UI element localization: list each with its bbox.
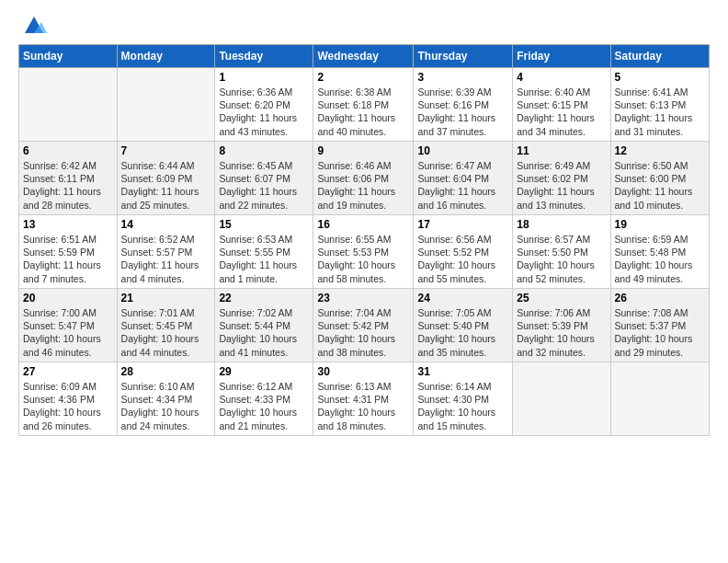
day-info: Sunrise: 6:38 AM Sunset: 6:18 PM Dayligh… xyxy=(317,86,409,138)
calendar-table: SundayMondayTuesdayWednesdayThursdayFrid… xyxy=(18,44,710,436)
calendar-cell: 9Sunrise: 6:46 AM Sunset: 6:06 PM Daylig… xyxy=(313,142,414,215)
day-number: 15 xyxy=(219,218,309,231)
calendar-cell: 23Sunrise: 7:04 AM Sunset: 5:42 PM Dayli… xyxy=(313,289,414,362)
day-number: 13 xyxy=(23,218,113,231)
calendar-cell: 21Sunrise: 7:01 AM Sunset: 5:45 PM Dayli… xyxy=(117,289,215,362)
calendar-cell: 17Sunrise: 6:56 AM Sunset: 5:52 PM Dayli… xyxy=(414,215,513,289)
day-info: Sunrise: 6:53 AM Sunset: 5:55 PM Dayligh… xyxy=(219,233,309,285)
calendar-cell: 18Sunrise: 6:57 AM Sunset: 5:50 PM Dayli… xyxy=(513,215,610,289)
weekday-header-monday: Monday xyxy=(117,45,215,68)
day-info: Sunrise: 6:47 AM Sunset: 6:04 PM Dayligh… xyxy=(417,159,508,212)
day-number: 19 xyxy=(615,218,705,231)
day-info: Sunrise: 6:12 AM Sunset: 4:33 PM Dayligh… xyxy=(219,380,309,432)
calendar-cell: 10Sunrise: 6:47 AM Sunset: 6:04 PM Dayli… xyxy=(414,142,513,215)
calendar-week-4: 20Sunrise: 7:00 AM Sunset: 5:47 PM Dayli… xyxy=(19,289,710,362)
day-number: 20 xyxy=(23,292,113,304)
day-number: 21 xyxy=(121,292,211,304)
day-number: 28 xyxy=(121,365,211,378)
day-info: Sunrise: 6:50 AM Sunset: 6:00 PM Dayligh… xyxy=(615,159,705,212)
calendar-cell: 24Sunrise: 7:05 AM Sunset: 5:40 PM Dayli… xyxy=(414,289,513,362)
day-number: 7 xyxy=(121,144,211,157)
calendar-cell xyxy=(117,68,215,142)
day-info: Sunrise: 7:08 AM Sunset: 5:37 PM Dayligh… xyxy=(615,306,705,359)
day-info: Sunrise: 7:00 AM Sunset: 5:47 PM Dayligh… xyxy=(23,306,113,359)
weekday-header-tuesday: Tuesday xyxy=(215,45,313,68)
calendar-cell: 14Sunrise: 6:52 AM Sunset: 5:57 PM Dayli… xyxy=(117,215,215,289)
weekday-header-sunday: Sunday xyxy=(19,45,118,68)
day-number: 31 xyxy=(417,365,508,378)
day-number: 16 xyxy=(317,218,409,231)
day-number: 26 xyxy=(615,292,705,304)
calendar-cell: 30Sunrise: 6:13 AM Sunset: 4:31 PM Dayli… xyxy=(313,362,414,436)
calendar-week-1: 1Sunrise: 6:36 AM Sunset: 6:20 PM Daylig… xyxy=(19,68,710,142)
weekday-header-thursday: Thursday xyxy=(414,45,513,68)
calendar-cell: 2Sunrise: 6:38 AM Sunset: 6:18 PM Daylig… xyxy=(313,68,414,142)
calendar-cell xyxy=(19,68,118,142)
day-number: 22 xyxy=(219,292,309,304)
calendar-cell: 4Sunrise: 6:40 AM Sunset: 6:15 PM Daylig… xyxy=(513,68,610,142)
calendar-cell: 29Sunrise: 6:12 AM Sunset: 4:33 PM Dayli… xyxy=(215,362,313,436)
day-info: Sunrise: 6:40 AM Sunset: 6:15 PM Dayligh… xyxy=(517,86,606,138)
calendar-cell: 8Sunrise: 6:45 AM Sunset: 6:07 PM Daylig… xyxy=(215,142,313,215)
calendar-cell: 25Sunrise: 7:06 AM Sunset: 5:39 PM Dayli… xyxy=(513,289,610,362)
day-info: Sunrise: 6:09 AM Sunset: 4:36 PM Dayligh… xyxy=(23,380,113,432)
day-number: 11 xyxy=(517,144,606,157)
day-number: 3 xyxy=(417,71,508,84)
day-info: Sunrise: 6:57 AM Sunset: 5:50 PM Dayligh… xyxy=(517,233,606,285)
day-info: Sunrise: 7:04 AM Sunset: 5:42 PM Dayligh… xyxy=(317,306,409,359)
day-number: 24 xyxy=(417,292,508,304)
weekday-header-wednesday: Wednesday xyxy=(313,45,414,68)
day-info: Sunrise: 6:42 AM Sunset: 6:11 PM Dayligh… xyxy=(23,159,113,212)
day-info: Sunrise: 6:45 AM Sunset: 6:07 PM Dayligh… xyxy=(219,159,309,212)
day-number: 25 xyxy=(517,292,606,304)
calendar-cell: 26Sunrise: 7:08 AM Sunset: 5:37 PM Dayli… xyxy=(610,289,709,362)
calendar-week-5: 27Sunrise: 6:09 AM Sunset: 4:36 PM Dayli… xyxy=(19,362,710,436)
day-info: Sunrise: 6:39 AM Sunset: 6:16 PM Dayligh… xyxy=(417,86,508,138)
day-info: Sunrise: 6:10 AM Sunset: 4:34 PM Dayligh… xyxy=(121,380,211,432)
day-info: Sunrise: 6:41 AM Sunset: 6:13 PM Dayligh… xyxy=(615,86,705,138)
day-info: Sunrise: 6:46 AM Sunset: 6:06 PM Dayligh… xyxy=(317,159,409,212)
calendar-cell: 12Sunrise: 6:50 AM Sunset: 6:00 PM Dayli… xyxy=(610,142,709,215)
day-number: 18 xyxy=(517,218,606,231)
calendar-cell: 15Sunrise: 6:53 AM Sunset: 5:55 PM Dayli… xyxy=(215,215,313,289)
weekday-header-friday: Friday xyxy=(513,45,610,68)
logo-blue-row xyxy=(18,15,47,35)
day-number: 8 xyxy=(219,144,309,157)
day-info: Sunrise: 7:01 AM Sunset: 5:45 PM Dayligh… xyxy=(121,306,211,359)
day-info: Sunrise: 7:06 AM Sunset: 5:39 PM Dayligh… xyxy=(517,306,606,359)
day-info: Sunrise: 6:44 AM Sunset: 6:09 PM Dayligh… xyxy=(121,159,211,212)
day-info: Sunrise: 6:14 AM Sunset: 4:30 PM Dayligh… xyxy=(417,380,508,432)
calendar-cell: 20Sunrise: 7:00 AM Sunset: 5:47 PM Dayli… xyxy=(19,289,118,362)
calendar-week-3: 13Sunrise: 6:51 AM Sunset: 5:59 PM Dayli… xyxy=(19,215,710,289)
day-number: 6 xyxy=(23,144,113,157)
day-number: 17 xyxy=(417,218,508,231)
day-number: 9 xyxy=(317,144,409,157)
logo-icon xyxy=(21,15,47,35)
calendar-cell: 7Sunrise: 6:44 AM Sunset: 6:09 PM Daylig… xyxy=(117,142,215,215)
calendar-cell: 28Sunrise: 6:10 AM Sunset: 4:34 PM Dayli… xyxy=(117,362,215,436)
calendar-cell xyxy=(610,362,709,436)
day-info: Sunrise: 6:52 AM Sunset: 5:57 PM Dayligh… xyxy=(121,233,211,285)
calendar-week-2: 6Sunrise: 6:42 AM Sunset: 6:11 PM Daylig… xyxy=(19,142,710,215)
header xyxy=(18,15,710,35)
calendar-cell: 1Sunrise: 6:36 AM Sunset: 6:20 PM Daylig… xyxy=(215,68,313,142)
day-number: 1 xyxy=(219,71,309,84)
day-info: Sunrise: 6:51 AM Sunset: 5:59 PM Dayligh… xyxy=(23,233,113,285)
day-info: Sunrise: 7:05 AM Sunset: 5:40 PM Dayligh… xyxy=(417,306,508,359)
day-info: Sunrise: 6:13 AM Sunset: 4:31 PM Dayligh… xyxy=(317,380,409,432)
day-number: 29 xyxy=(219,365,309,378)
weekday-header-saturday: Saturday xyxy=(610,45,709,68)
calendar-cell: 22Sunrise: 7:02 AM Sunset: 5:44 PM Dayli… xyxy=(215,289,313,362)
calendar-cell: 11Sunrise: 6:49 AM Sunset: 6:02 PM Dayli… xyxy=(513,142,610,215)
logo xyxy=(18,15,47,35)
day-info: Sunrise: 6:59 AM Sunset: 5:48 PM Dayligh… xyxy=(615,233,705,285)
day-number: 23 xyxy=(317,292,409,304)
page: SundayMondayTuesdayWednesdayThursdayFrid… xyxy=(0,0,728,563)
day-info: Sunrise: 6:55 AM Sunset: 5:53 PM Dayligh… xyxy=(317,233,409,285)
day-number: 12 xyxy=(615,144,705,157)
day-number: 27 xyxy=(23,365,113,378)
day-number: 10 xyxy=(417,144,508,157)
calendar-cell: 6Sunrise: 6:42 AM Sunset: 6:11 PM Daylig… xyxy=(19,142,118,215)
day-number: 2 xyxy=(317,71,409,84)
calendar-cell: 31Sunrise: 6:14 AM Sunset: 4:30 PM Dayli… xyxy=(414,362,513,436)
